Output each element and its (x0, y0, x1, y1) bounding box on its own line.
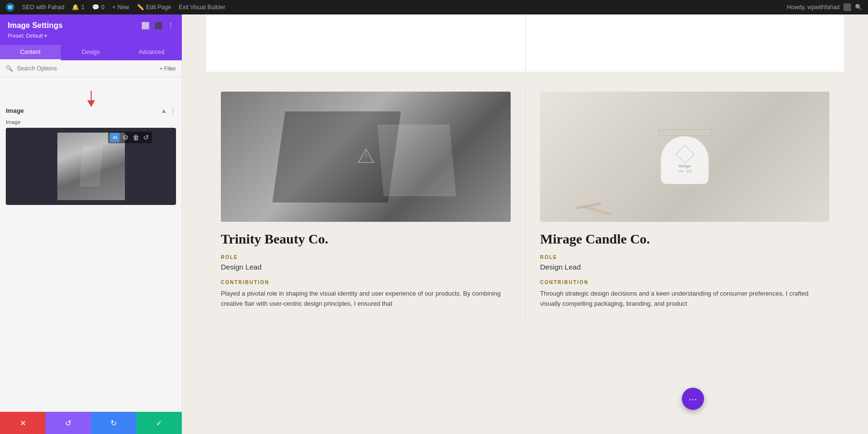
mirage-contribution-label: CONTRIBUTION (540, 280, 829, 285)
comments[interactable]: 💬 0 (92, 4, 105, 11)
minimize-icon[interactable]: ⬜ (141, 22, 149, 29)
settings-gear-icon[interactable]: ⚙ (122, 133, 130, 142)
portfolio-card-trinity: Trinity Beauty Co. ROLE Design Lead CONT… (206, 82, 525, 324)
mirage-card-title: Mirage Candle Co. (540, 231, 829, 247)
portfolio-card-mirage: Mirage soy · soy Mirage Candle Co. ROLE … (525, 82, 844, 324)
new-item[interactable]: + New (112, 4, 129, 11)
settings-tabs: Content Design Advanced (0, 45, 182, 60)
trinity-role-label: ROLE (221, 255, 511, 260)
more-options-icon[interactable]: ⋮ (167, 22, 174, 29)
settings-header-top: Image Settings ⬜ ⬛ ⋮ (8, 21, 174, 30)
reset-image-icon[interactable]: ↺ (142, 133, 150, 142)
mirage-contribution-text: Through strategic design decisions and a… (540, 289, 829, 309)
settings-preset[interactable]: Preset: Default ▾ (8, 33, 174, 39)
trinity-card-image (221, 92, 511, 222)
image-hover-controls: AI ⚙ 🗑 ↺ (108, 132, 152, 143)
tab-design[interactable]: Design (61, 45, 122, 60)
image-section-title: Image (6, 107, 24, 114)
settings-content: Image ▲ ⋮ Image AI ⚙ 🗑 ↺ (0, 77, 182, 412)
settings-panel: Image Settings ⬜ ⬛ ⋮ Preset: Default ▾ C… (0, 14, 182, 434)
image-section-header: Image ▲ ⋮ (6, 107, 176, 114)
filter-button[interactable]: + Filter (160, 66, 176, 71)
settings-search: 🔍 + Filter (0, 60, 182, 77)
notifications[interactable]: 🔔 1 (72, 4, 84, 11)
search-options-input[interactable] (17, 65, 156, 72)
search-icon[interactable]: 🔍 (855, 4, 862, 11)
trinity-role-value: Design Lead (221, 263, 511, 271)
mirage-image: Mirage soy · soy (540, 92, 829, 222)
settings-header: Image Settings ⬜ ⬛ ⋮ Preset: Default ▾ (0, 14, 182, 45)
trinity-logo-icon (356, 147, 376, 166)
site-name[interactable]: SEO with Fahad (22, 4, 64, 11)
tab-advanced[interactable]: Advanced (121, 45, 182, 60)
image-field-label: Image (6, 119, 176, 125)
ai-button[interactable]: AI (110, 133, 120, 142)
expand-icon[interactable]: ⬛ (154, 22, 163, 29)
edit-page-link[interactable]: ✏️ Edit Page (137, 4, 171, 11)
red-arrow-indicator (87, 91, 95, 107)
trinity-card-title: Trinity Beauty Co. (221, 231, 511, 247)
howdy-text: Howdy, wpwithfahad (787, 4, 840, 11)
trinity-contribution-label: CONTRIBUTION (221, 280, 511, 285)
trinity-contribution-text: Played a pivotal role in shaping the vis… (221, 289, 511, 309)
settings-title: Image Settings (8, 21, 63, 30)
save-button[interactable]: ✓ (136, 412, 182, 434)
admin-bar-right: Howdy, wpwithfahad 🔍 (787, 3, 862, 11)
mirage-card-image: Mirage soy · soy (540, 92, 829, 222)
image-upload-area[interactable]: AI ⚙ 🗑 ↺ (6, 128, 176, 205)
mirage-role-value: Design Lead (540, 263, 829, 271)
settings-header-icons: ⬜ ⬛ ⋮ (141, 22, 174, 29)
floating-menu-button[interactable]: ··· (682, 388, 704, 410)
settings-actions: ✕ ↺ ↻ ✓ (0, 412, 182, 434)
section-controls: ▲ ⋮ (161, 107, 176, 114)
section-more-icon[interactable]: ⋮ (170, 107, 176, 114)
redo-button[interactable]: ↻ (91, 412, 136, 434)
tab-content[interactable]: Content (0, 45, 61, 60)
collapse-icon[interactable]: ▲ (161, 107, 167, 114)
main-container: Image Settings ⬜ ⬛ ⋮ Preset: Default ▾ C… (0, 14, 868, 434)
portfolio-grid: Trinity Beauty Co. ROLE Design Lead CONT… (182, 72, 868, 333)
search-options-icon: 🔍 (6, 65, 13, 72)
exit-builder-link[interactable]: Exit Visual Builder (179, 4, 226, 11)
wordpress-logo[interactable]: W (6, 3, 14, 12)
page-content: Trinity Beauty Co. ROLE Design Lead CONT… (182, 14, 868, 434)
admin-bar: W SEO with Fahad 🔔 1 💬 0 + New ✏️ Edit P… (0, 0, 868, 14)
mirage-role-label: ROLE (540, 255, 829, 260)
delete-image-icon[interactable]: 🗑 (132, 133, 140, 142)
trinity-image (221, 92, 511, 222)
cancel-button[interactable]: ✕ (0, 412, 45, 434)
undo-button[interactable]: ↺ (45, 412, 91, 434)
user-avatar[interactable] (843, 3, 851, 11)
